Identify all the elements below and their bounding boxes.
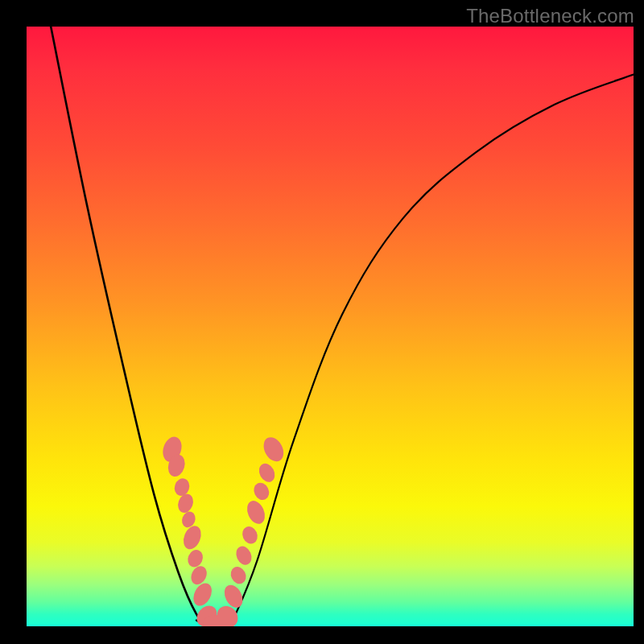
curve-right-arm	[233, 75, 634, 621]
bead-markers	[160, 434, 288, 626]
watermark-text: TheBottleneck.com	[466, 5, 634, 27]
bead-marker	[185, 547, 205, 569]
bead-marker	[180, 523, 204, 551]
chart-stage: TheBottleneck.com	[0, 0, 644, 644]
bead-marker	[240, 524, 260, 546]
bead-marker	[244, 498, 268, 527]
bead-marker	[256, 460, 278, 485]
plot-area	[27, 27, 634, 626]
bead-marker	[251, 481, 272, 503]
chart-svg	[27, 27, 634, 626]
bead-marker	[228, 564, 249, 587]
bead-marker	[260, 434, 287, 465]
bead-marker	[233, 543, 254, 567]
bead-marker	[190, 580, 216, 609]
